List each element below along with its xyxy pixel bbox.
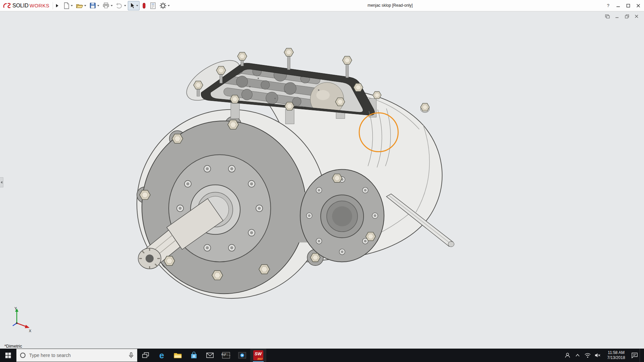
quick-toolbar xyxy=(62,1,171,10)
file-properties-button[interactable] xyxy=(148,1,158,10)
window-controls: ? xyxy=(603,0,643,11)
dropdown-caret xyxy=(168,5,170,6)
network-icon xyxy=(584,353,591,358)
undo-button[interactable] xyxy=(114,1,127,10)
close-button[interactable] xyxy=(633,0,643,11)
child-minimize-icon xyxy=(615,14,619,18)
action-center-button[interactable] xyxy=(630,349,640,362)
child-restore-icon xyxy=(625,14,629,18)
child-close-icon xyxy=(635,14,639,18)
open-folder-icon xyxy=(76,2,83,9)
maximize-icon xyxy=(626,4,630,8)
people-icon xyxy=(565,352,571,358)
minimize-icon xyxy=(616,4,620,8)
brand-solid: SOLID xyxy=(12,3,29,9)
print-button[interactable] xyxy=(101,1,114,10)
show-desktop-button[interactable] xyxy=(640,349,644,362)
triad-x-label: X xyxy=(29,329,32,333)
new-document-icon xyxy=(63,2,70,9)
file-properties-icon xyxy=(150,2,156,9)
chevron-up-icon xyxy=(575,354,580,357)
media-app-icon xyxy=(238,352,246,359)
action-center-icon xyxy=(631,352,638,358)
store-icon xyxy=(190,352,198,359)
solidworks-icon-label: SW xyxy=(255,351,262,356)
flyout-arrow-icon xyxy=(56,4,58,7)
dropdown-caret xyxy=(97,5,99,6)
taskbar-store-button[interactable] xyxy=(186,349,202,362)
clock-time: 11:58 AM xyxy=(608,350,625,355)
dassault-logo-icon xyxy=(3,2,11,9)
network-button[interactable] xyxy=(583,349,593,362)
orientation-triad: Y X xyxy=(5,306,32,333)
dropdown-caret xyxy=(124,5,126,6)
toolbar-flyout-button[interactable] xyxy=(54,1,60,10)
triad-y-label: Y xyxy=(14,306,17,310)
terminal-prompt-glyph: &gt;_ xyxy=(221,353,230,356)
start-button[interactable] xyxy=(0,349,16,362)
document-window-controls xyxy=(605,14,639,19)
brand-works: WORKS xyxy=(30,3,49,8)
maximize-button[interactable] xyxy=(623,0,633,11)
solidworks-logo: SOLIDWORKS xyxy=(0,2,51,9)
gear-icon xyxy=(159,2,167,9)
hidden-icons-button[interactable] xyxy=(573,349,583,362)
search-input[interactable] xyxy=(29,352,126,358)
people-button[interactable] xyxy=(562,349,573,362)
window-title: menjac sklop [Read-only] xyxy=(368,0,413,11)
task-view-button[interactable] xyxy=(138,349,154,362)
select-button[interactable] xyxy=(128,1,140,10)
microphone-icon[interactable] xyxy=(128,352,134,358)
new-document-button[interactable] xyxy=(62,1,74,10)
window-menu-icon xyxy=(605,14,610,18)
taskbar-mail-button[interactable] xyxy=(202,349,218,362)
volume-muted-icon xyxy=(594,353,601,358)
dropdown-caret xyxy=(71,5,73,6)
cortana-icon xyxy=(20,352,26,358)
mail-icon xyxy=(206,352,214,358)
desktop-screen: SOLIDWORKS xyxy=(0,0,644,362)
taskbar-solidworks-button[interactable]: SW 2017 xyxy=(250,349,266,362)
taskbar-media-app-button[interactable] xyxy=(234,349,250,362)
clock-date: 7/13/2018 xyxy=(607,355,625,360)
open-button[interactable] xyxy=(74,1,88,10)
taskbar-search[interactable] xyxy=(16,349,138,362)
appearance-button[interactable] xyxy=(140,1,148,10)
windows-logo-icon xyxy=(5,353,11,358)
dropdown-caret xyxy=(136,5,138,6)
undo-icon xyxy=(116,2,123,9)
child-restore-button[interactable] xyxy=(624,14,630,19)
taskbar: e &gt;_ xyxy=(0,349,644,362)
file-explorer-icon xyxy=(174,352,182,359)
dropdown-caret xyxy=(111,5,113,6)
dropdown-caret xyxy=(84,5,86,6)
appearance-icon xyxy=(141,2,147,9)
taskbar-edge-button[interactable]: e xyxy=(154,349,170,362)
select-cursor-icon xyxy=(129,2,135,9)
minimize-button[interactable] xyxy=(613,0,623,11)
close-icon xyxy=(636,4,640,8)
app-titlebar: SOLIDWORKS xyxy=(0,0,644,11)
taskbar-file-explorer-button[interactable] xyxy=(170,349,186,362)
task-view-icon xyxy=(142,352,149,358)
child-close-button[interactable] xyxy=(634,14,639,19)
solidworks-app-icon: SW 2017 xyxy=(253,350,263,360)
child-window-menu-button[interactable] xyxy=(605,14,610,19)
print-icon xyxy=(102,2,110,9)
gearbox-model[interactable] xyxy=(0,11,644,349)
save-button[interactable] xyxy=(88,1,101,10)
edge-icon: e xyxy=(159,351,164,360)
taskbar-terminal-button[interactable]: &gt;_ xyxy=(218,349,234,362)
help-button[interactable]: ? xyxy=(603,0,613,11)
graphics-area[interactable]: Y X *Dimetric xyxy=(0,11,644,349)
options-button[interactable] xyxy=(158,1,171,10)
solidworks-icon-year: 2017 xyxy=(257,358,263,360)
separator xyxy=(53,2,53,9)
taskbar-clock[interactable]: 11:58 AM 7/13/2018 xyxy=(603,349,630,362)
child-minimize-button[interactable] xyxy=(614,14,620,19)
system-tray: 11:58 AM 7/13/2018 xyxy=(562,349,644,362)
save-icon xyxy=(89,2,96,9)
view-orientation-label: *Dimetric xyxy=(4,344,22,349)
volume-button[interactable] xyxy=(593,349,603,362)
